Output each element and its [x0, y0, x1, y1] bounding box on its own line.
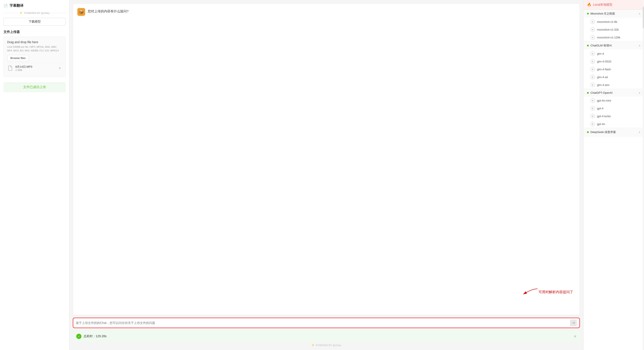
- model-glm-4[interactable]: ◉ glm-4: [584, 50, 644, 58]
- model-icon-gpt-4: ◉: [590, 106, 595, 110]
- annotation-container: 可用对解析内容提问了: [519, 287, 573, 297]
- deepseek-group-header[interactable]: DeepSeek-深度求索 ∧: [584, 128, 644, 136]
- remove-file-button[interactable]: ✕: [58, 66, 62, 71]
- moonshot-name: Moonshot-月之暗面: [590, 12, 615, 16]
- chatglm-group-label: ChatGLM-智谱AI: [587, 44, 612, 48]
- deepseek-group-label: DeepSeek-深度求索: [587, 130, 616, 134]
- file-icon: [7, 65, 13, 71]
- chatglm-group-header[interactable]: ChatGLM-智谱AI ∧: [584, 42, 644, 50]
- scrollbar-thumb[interactable]: [643, 7, 644, 28]
- model-gpt-4o[interactable]: ◉ gpt-4o: [584, 120, 644, 128]
- download-model-button[interactable]: 下载模型: [4, 18, 66, 26]
- chat-bubble: 您对上传的内容有什么疑问?: [88, 8, 128, 14]
- powered-by-divider: ⚡ POWERED BY @o3sky: [4, 12, 66, 14]
- chatgpt-group-label: ChatGPT-OpenAI: [587, 91, 612, 94]
- chat-avatar: 📦: [77, 8, 85, 16]
- chatgpt-dot: [587, 92, 589, 94]
- deepseek-name: DeepSeek-深度求索: [590, 130, 616, 134]
- model-icon-glm-4-flash: ◉: [590, 67, 595, 71]
- moonshot-group-header[interactable]: Moonshot-月之暗面 ∧: [584, 10, 644, 18]
- main-content: 📦 您对上传的内容有什么疑问? 可用对解析内容提问了: [69, 0, 583, 350]
- status-close-button[interactable]: ✕: [574, 334, 576, 338]
- moonshot-group: Moonshot-月之暗面 ∧ ◉ moonshot-v1-8k ◉ moons…: [584, 10, 644, 42]
- moonshot-group-label: Moonshot-月之暗面: [587, 12, 615, 16]
- sidebar-title: 📄 字幕翻译: [4, 4, 66, 8]
- chatglm-name: ChatGLM-智谱AI: [590, 44, 612, 48]
- annotation-text: 可用对解析内容提问了: [538, 290, 573, 294]
- status-check-icon: ✓: [76, 334, 82, 339]
- chatgpt-group: ChatGPT-OpenAI ∧ ◉ gpt-4o-mini ◉ gpt-4 ◉…: [584, 89, 644, 128]
- model-icon-glm-4: ◉: [590, 51, 595, 56]
- model-icon-glm-4-air: ◉: [590, 75, 595, 79]
- deepseek-dot: [587, 131, 589, 133]
- model-gpt-4o-mini[interactable]: ◉ gpt-4o-mini: [584, 97, 644, 104]
- chatglm-group: ChatGLM-智谱AI ∧ ◉ glm-4 ◉ glm-4-0520 ◉ gl…: [584, 42, 644, 89]
- file-info: 8月14日.MP3 2.3MB: [16, 65, 56, 71]
- model-glm-4-0520[interactable]: ◉ glm-4-0520: [584, 58, 644, 65]
- file-item: 8月14日.MP3 2.3MB ✕: [7, 63, 62, 73]
- chatglm-dot: [587, 45, 589, 46]
- chatgpt-group-header[interactable]: ChatGPT-OpenAI ∧: [584, 89, 644, 97]
- model-moonshot-v1-128k[interactable]: ◉ moonshot-v1-128k: [584, 33, 644, 41]
- sidebar-title-text: 字幕翻译: [10, 4, 24, 8]
- model-gpt-4[interactable]: ◉ gpt-4: [584, 104, 644, 112]
- browse-files-button[interactable]: Browse files: [7, 55, 29, 61]
- footer-powered-by: ⚡ POWERED BY @o3sky: [73, 344, 580, 346]
- chat-input[interactable]: [76, 318, 570, 328]
- model-icon-moonshot-v1-128k: ◉: [590, 35, 595, 40]
- section-title: 文件上传器: [4, 30, 66, 34]
- model-glm-4-airx[interactable]: ◉ glm-4-airx: [584, 81, 644, 89]
- model-icon-gpt-4-turbo: ◉: [590, 114, 595, 118]
- powered-by-text: POWERED BY @o3sky: [24, 12, 50, 14]
- chatgpt-chevron-icon: ∧: [638, 91, 640, 94]
- status-bar: ✓ 总耗时：129.28s ✕: [73, 331, 580, 342]
- chat-message: 📦 您对上传的内容有什么疑问?: [77, 8, 575, 16]
- model-moonshot-v1-8k[interactable]: ◉ moonshot-v1-8k: [584, 18, 644, 26]
- chatglm-chevron-icon: ∧: [638, 44, 640, 47]
- model-glm-4-air[interactable]: ◉ glm-4-air: [584, 73, 644, 81]
- deepseek-group: DeepSeek-深度求索 ∧: [584, 128, 644, 136]
- moonshot-dot: [587, 13, 589, 15]
- moonshot-chevron-icon: ∧: [638, 12, 640, 15]
- drop-title: Drag and drop file here: [7, 40, 62, 44]
- model-icon-moonshot-v1-32k: ◉: [590, 27, 595, 32]
- file-name: 8月14日.MP3: [16, 65, 56, 69]
- subtitle-icon: 📄: [4, 4, 8, 8]
- chat-input-area[interactable]: [73, 318, 580, 328]
- upload-success-message: 文件已成功上传: [4, 82, 66, 92]
- chat-area: 📦 您对上传的内容有什么疑问? 可用对解析内容提问了: [73, 4, 580, 315]
- deepseek-chevron-icon: ∧: [638, 131, 640, 134]
- model-gpt-4-turbo[interactable]: ◉ gpt-4-turbo: [584, 112, 644, 120]
- model-icon-gpt-4o-mini: ◉: [590, 98, 595, 103]
- model-glm-4-flash[interactable]: ◉ glm-4-flash: [584, 65, 644, 73]
- local-model-label: Local本地模型: [593, 3, 612, 7]
- status-text: 总耗时：129.28s: [84, 334, 106, 338]
- limit-text: Limit 200MB per file • MP3, MPGA, M4A, W…: [7, 45, 62, 52]
- footer-powered-by-text: POWERED BY @o3sky: [316, 344, 341, 346]
- right-sidebar: 🔥 Local本地模型 Moonshot-月之暗面 ∧ ◉ moonshot-v…: [583, 0, 644, 350]
- scrollbar-track[interactable]: [643, 0, 644, 350]
- chatgpt-name: ChatGPT-OpenAI: [590, 91, 612, 94]
- model-icon-gpt-4o: ◉: [590, 122, 595, 126]
- local-model-header: 🔥 Local本地模型: [584, 0, 644, 10]
- model-icon-moonshot-v1-8k: ◉: [590, 20, 595, 24]
- annotation-arrow-icon: [519, 287, 538, 297]
- send-icon: [572, 321, 575, 325]
- send-button[interactable]: [570, 319, 577, 326]
- model-moonshot-v1-32k[interactable]: ◉ moonshot-v1-32k: [584, 26, 644, 33]
- file-size: 2.3MB: [16, 69, 56, 71]
- model-icon-glm-4-0520: ◉: [590, 59, 595, 64]
- model-icon-glm-4-airx: ◉: [590, 83, 595, 87]
- file-uploader: Drag and drop file here Limit 200MB per …: [4, 37, 66, 77]
- left-sidebar: 📄 字幕翻译 ⚡ POWERED BY @o3sky 下载模型 文件上传器 Dr…: [0, 0, 69, 350]
- fire-icon: 🔥: [587, 3, 591, 7]
